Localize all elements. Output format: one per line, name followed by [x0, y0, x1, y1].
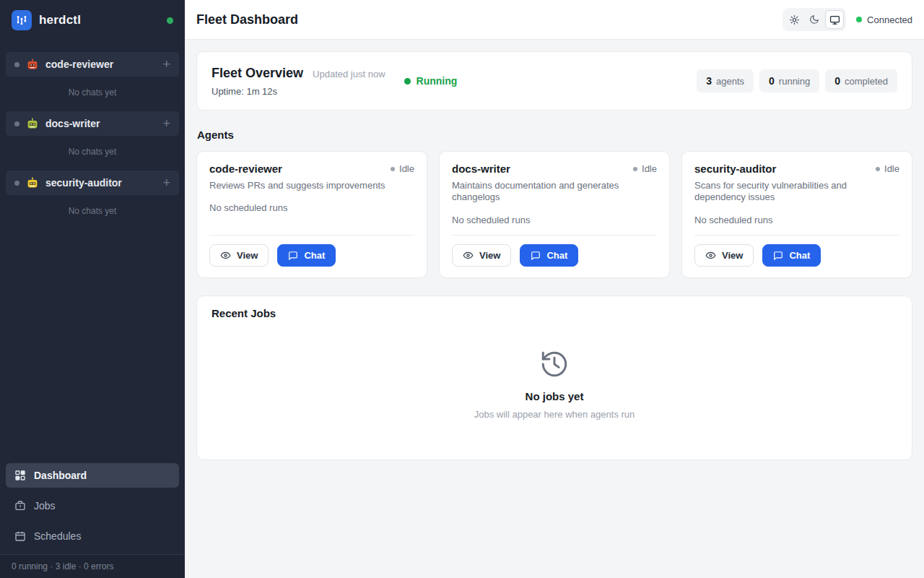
agent-idle-status: Idle — [876, 163, 899, 174]
idle-dot — [876, 167, 880, 171]
new-chat-button[interactable]: + — [162, 117, 170, 130]
theme-dark-button[interactable] — [805, 10, 824, 29]
agent-description: Maintains documentation and generates ch… — [452, 180, 632, 204]
chat-button[interactable]: Chat — [762, 244, 821, 267]
main-area: Fleet Dashboard — [185, 0, 924, 578]
sidebar-item-schedules[interactable]: Schedules — [6, 524, 179, 548]
agent-card-security-auditor: security-auditor Idle Scans for security… — [681, 151, 912, 278]
sidebar-status-bar: 0 running · 3 idle · 0 errors — [0, 554, 185, 578]
no-chats-label: No chats yet — [0, 136, 185, 171]
running-count-badge: 0 running — [759, 69, 819, 92]
agent-card-docs-writer: docs-writer Idle Maintains documentation… — [439, 151, 670, 278]
robot-icon — [27, 177, 38, 189]
agent-idle-status: Idle — [633, 163, 657, 174]
new-chat-button[interactable]: + — [162, 176, 170, 189]
badge-label: completed — [845, 76, 888, 87]
view-label: View — [722, 250, 743, 261]
jobs-empty-state: No jobs yet Jobs will appear here when a… — [212, 319, 897, 449]
monitor-icon — [829, 14, 840, 25]
badge-value: 3 — [706, 75, 712, 87]
no-chats-label: No chats yet — [0, 77, 185, 111]
agent-card-code-reviewer: code-reviewer Idle Reviews PRs and sugge… — [196, 151, 427, 278]
chat-bubble-icon — [773, 251, 783, 261]
app-name: herdctl — [39, 13, 81, 27]
agent-name: docs-writer — [45, 118, 100, 129]
recent-jobs-card: Recent Jobs No jobs yet Jobs will appear… — [196, 296, 912, 460]
idle-label: Idle — [399, 163, 414, 174]
connection-status: Connected — [856, 14, 912, 25]
no-jobs-subtitle: Jobs will appear here when agents run — [474, 409, 635, 420]
connected-dot — [856, 17, 862, 22]
robot-icon — [27, 118, 38, 129]
online-status-dot — [167, 17, 173, 24]
sidebar-item-security-auditor[interactable]: security-auditor + — [6, 171, 179, 195]
sidebar-item-code-reviewer[interactable]: code-reviewer + — [6, 52, 179, 77]
new-chat-button[interactable]: + — [162, 58, 170, 71]
theme-system-button[interactable] — [825, 10, 844, 29]
view-button[interactable]: View — [452, 244, 511, 267]
fleet-status: Running — [404, 75, 458, 87]
chat-label: Chat — [789, 250, 810, 261]
agent-description: Reviews PRs and suggests improvements — [209, 180, 390, 191]
content: Fleet Overview Updated just now Uptime: … — [185, 40, 924, 578]
sidebar-item-docs-writer[interactable]: docs-writer + — [6, 111, 179, 136]
robot-icon — [27, 59, 38, 70]
nav-label: Dashboard — [34, 470, 87, 481]
agent-status-dot — [14, 62, 19, 67]
page-title: Fleet Dashboard — [196, 12, 298, 27]
eye-icon — [220, 250, 231, 261]
agent-name: security-auditor — [45, 177, 122, 189]
agent-card-name: security-auditor — [694, 163, 776, 175]
view-label: View — [479, 250, 500, 261]
app-logo-icon — [12, 10, 32, 30]
chat-label: Chat — [304, 250, 325, 261]
sun-icon — [789, 14, 800, 25]
agent-status-dot — [14, 181, 19, 186]
running-label: Running — [417, 75, 458, 87]
sidebar-agent-list: code-reviewer + No chats yet docs-writer… — [0, 52, 185, 230]
agent-card-name: docs-writer — [452, 163, 510, 175]
agent-name: code-reviewer — [45, 59, 113, 70]
view-button[interactable]: View — [694, 244, 754, 267]
topbar: Fleet Dashboard — [185, 0, 924, 40]
agents-heading: Agents — [197, 129, 912, 141]
chat-bubble-icon — [531, 251, 541, 261]
history-icon — [539, 349, 570, 379]
running-dot — [404, 78, 411, 85]
badge-value: 0 — [769, 75, 775, 87]
agent-status-dot — [14, 121, 19, 126]
agent-card-name: code-reviewer — [209, 163, 282, 175]
moon-icon — [809, 14, 819, 25]
sidebar: herdctl code-reviewer + No chats yet — [0, 0, 185, 578]
theme-toggle — [783, 8, 846, 31]
theme-light-button[interactable] — [785, 10, 803, 29]
briefcase-icon — [14, 500, 26, 512]
badge-label: agents — [716, 76, 744, 87]
chat-bubble-icon — [288, 251, 298, 261]
connected-label: Connected — [867, 14, 912, 25]
agents-count-badge: 3 agents — [697, 69, 754, 92]
nav-label: Schedules — [34, 530, 81, 542]
sidebar-item-jobs[interactable]: Jobs — [6, 493, 179, 518]
view-label: View — [237, 250, 258, 261]
idle-label: Idle — [642, 163, 657, 174]
agent-grid: code-reviewer Idle Reviews PRs and sugge… — [196, 151, 912, 278]
overview-updated: Updated just now — [313, 69, 385, 79]
agent-schedule: No scheduled runs — [452, 215, 657, 225]
idle-dot — [391, 167, 395, 171]
badge-value: 0 — [834, 75, 840, 87]
sidebar-item-dashboard[interactable]: Dashboard — [6, 463, 179, 488]
eye-icon — [463, 250, 474, 261]
calendar-icon — [14, 530, 26, 542]
agent-schedule: No scheduled runs — [694, 215, 899, 225]
no-jobs-title: No jobs yet — [526, 390, 584, 402]
sidebar-header: herdctl — [0, 0, 185, 40]
idle-dot — [633, 167, 637, 171]
recent-jobs-heading: Recent Jobs — [212, 307, 897, 319]
badge-label: running — [779, 76, 810, 87]
view-button[interactable]: View — [209, 244, 269, 267]
idle-label: Idle — [884, 163, 899, 174]
chat-button[interactable]: Chat — [520, 244, 578, 267]
chat-button[interactable]: Chat — [277, 244, 336, 267]
fleet-overview-card: Fleet Overview Updated just now Uptime: … — [196, 51, 912, 111]
